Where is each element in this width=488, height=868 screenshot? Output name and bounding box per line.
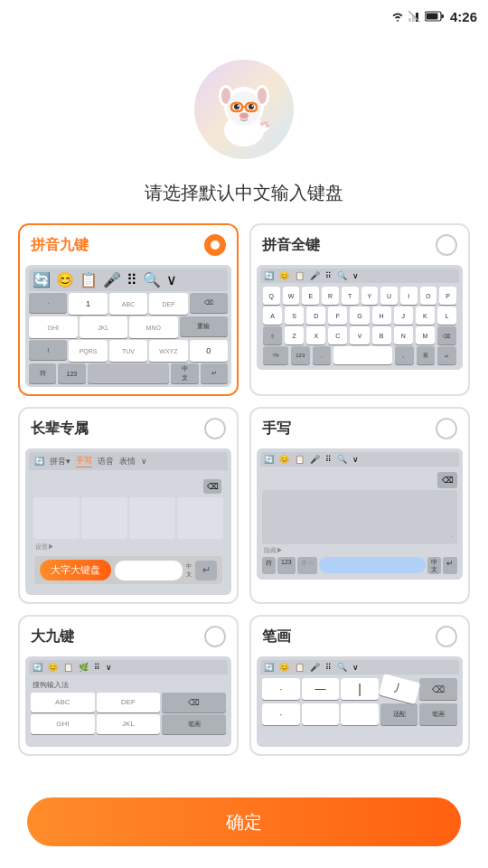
- elder-tab-voice: 语音: [98, 456, 114, 467]
- svg-point-21: [252, 105, 254, 107]
- tb-icon-1: 🔄: [264, 271, 274, 280]
- svg-point-25: [266, 124, 269, 127]
- handwrite-preview: 🔄 😊 📋 🎤 ⠿ 🔍 ∨ ⌫ · 隐藏▶: [257, 448, 463, 580]
- stroke-key-dot2: ·: [262, 703, 300, 725]
- st-tb-3: 📋: [295, 663, 305, 672]
- battery-icon: [425, 11, 445, 22]
- fkey-h: H: [372, 307, 391, 325]
- tb-icon-6: 🔍: [337, 271, 347, 280]
- fkey-i: I: [400, 287, 418, 305]
- elder-space-key: [115, 561, 183, 580]
- keyboard-card-elder[interactable]: 长辈专属 🔄 拼音▾ 手写 语音 表情 ∨ ⌫: [18, 407, 239, 604]
- key-del: ⌫: [190, 293, 228, 313]
- keyboard-card-nine-key[interactable]: 拼音九键 🔄 😊 📋 🎤 ⠿ 🔍 ∨ · 1: [18, 223, 239, 396]
- fkey-a: A: [263, 307, 282, 325]
- elder-tb-icon: 🔄: [34, 457, 44, 466]
- tb-icon-2: 😊: [279, 271, 289, 280]
- elder-tab-handwrite: 手写: [76, 455, 92, 467]
- wifi-icon: [390, 11, 405, 22]
- stroke-toolbar: 🔄 😊 📋 🎤 ⠿ 🔍 ∨: [260, 660, 459, 675]
- status-icons: [390, 11, 445, 22]
- toolbar-icon-6: 🔍: [143, 271, 161, 288]
- st-tb-4: 🎤: [310, 663, 320, 672]
- svg-point-18: [234, 104, 239, 109]
- keyboard-card-full-key[interactable]: 拼音全键 🔄 😊 📋 🎤 ⠿ 🔍 ∨ Q W: [249, 223, 470, 396]
- toolbar-icon-7: ∨: [166, 271, 177, 288]
- tb-icon-5: ⠿: [325, 271, 332, 280]
- fkey-f: F: [328, 307, 347, 325]
- radio-elder[interactable]: [204, 418, 226, 439]
- hw-tb-5: ⠿: [325, 455, 332, 464]
- fkey-p: P: [439, 287, 456, 305]
- hw-tb-2: 😊: [279, 455, 289, 464]
- fkey-m: M: [416, 326, 435, 344]
- mascot-icon: [203, 69, 285, 150]
- fkey-l: L: [437, 307, 456, 325]
- hw-tb-6: 🔍: [337, 455, 347, 464]
- keyboard-card-big-nine[interactable]: 大九键 🔄 😊 📋 🌿 ⠿ ∨ 搜狗输入法 ABC: [18, 615, 239, 756]
- card-title-big-nine: 大九键: [31, 627, 74, 646]
- bn-key-del: ⌫: [162, 693, 226, 712]
- key-reset: 重输: [180, 316, 229, 336]
- tb-icon-3: 📋: [295, 271, 305, 280]
- confirm-button[interactable]: 确定: [27, 797, 461, 846]
- key-space: [88, 363, 170, 383]
- st-tb-6: 🔍: [337, 663, 347, 672]
- svg-rect-0: [408, 18, 411, 22]
- key-1: 1: [69, 293, 107, 315]
- bn-tb-6: ∨: [106, 663, 112, 672]
- fkey-q: Q: [263, 287, 280, 305]
- radio-nine-key[interactable]: [204, 234, 226, 256]
- elder-tab-more: ∨: [141, 457, 147, 466]
- radio-stroke[interactable]: [436, 626, 457, 647]
- bn-key-abc: ABC: [31, 693, 95, 712]
- big-nine-preview: 🔄 😊 📋 🌿 ⠿ ∨ 搜狗输入法 ABC DEF ⌫: [25, 656, 231, 747]
- card-title-handwrite: 手写: [262, 420, 291, 439]
- elder-cn-label: 中: [186, 562, 192, 571]
- confirm-bar: 确定: [0, 787, 488, 868]
- radio-handwrite[interactable]: [436, 418, 457, 439]
- stroke-key-stroke: 笔画: [419, 703, 457, 725]
- bn-tb-2: 😊: [48, 663, 58, 672]
- fkey-c: C: [328, 326, 347, 344]
- fkey-z: Z: [285, 326, 304, 344]
- bn-tb-4: 🌿: [79, 663, 89, 672]
- toolbar-icon-3: 📋: [80, 271, 98, 288]
- bn-key-reset2: 笔画: [162, 714, 226, 734]
- hw-tb-4: 🎤: [310, 455, 320, 464]
- radio-big-nine[interactable]: [204, 626, 226, 647]
- key-sym: 符: [29, 363, 56, 383]
- card-title-stroke: 笔画: [262, 627, 291, 646]
- big-nine-toolbar: 🔄 😊 📋 🌿 ⠿ ∨: [29, 660, 228, 675]
- svg-rect-6: [426, 14, 437, 20]
- elder-cn-sub: 文: [186, 571, 192, 579]
- avatar-circle: [194, 60, 294, 159]
- keyboard-card-handwrite[interactable]: 手写 🔄 😊 📋 🎤 ⠿ 🔍 ∨ ⌫: [249, 407, 470, 604]
- st-tb-7: ∨: [352, 663, 359, 672]
- tb-icon-7: ∨: [352, 271, 359, 280]
- keyboard-card-stroke[interactable]: 笔画 🔄 😊 📋 🎤 ⠿ 🔍 ∨ · —: [249, 615, 470, 756]
- stroke-key-adapt: 适配: [380, 703, 418, 725]
- card-header-handwrite: 手写: [251, 409, 468, 445]
- signal-icon: [408, 11, 421, 22]
- bn-key-ghi: GHI: [31, 714, 95, 734]
- key-123: 123: [58, 363, 85, 383]
- bn-tb-1: 🔄: [33, 663, 42, 672]
- fkey-d: D: [306, 307, 325, 325]
- status-bar: 4:26: [0, 0, 488, 33]
- toolbar-icon-2: 😊: [56, 271, 74, 288]
- fkey-s: S: [285, 307, 304, 325]
- fkey-r: R: [322, 287, 339, 305]
- fkey-comma: ，: [313, 346, 332, 364]
- bn-tb-5: ⠿: [94, 663, 100, 672]
- fkey-v: V: [350, 326, 369, 344]
- key-jkl: JKL: [80, 316, 128, 338]
- card-header-elder: 长辈专属: [20, 409, 237, 445]
- st-tb-2: 😊: [279, 663, 289, 672]
- fkey-w: W: [283, 287, 300, 305]
- radio-full-key[interactable]: [436, 234, 457, 256]
- elder-preview: 🔄 拼音▾ 手写 语音 表情 ∨ ⌫: [25, 448, 231, 595]
- fkey-shift: ⇧: [263, 326, 282, 344]
- elder-key-area: ⌫ 设置▶: [29, 472, 228, 556]
- key-0: 0: [190, 340, 228, 362]
